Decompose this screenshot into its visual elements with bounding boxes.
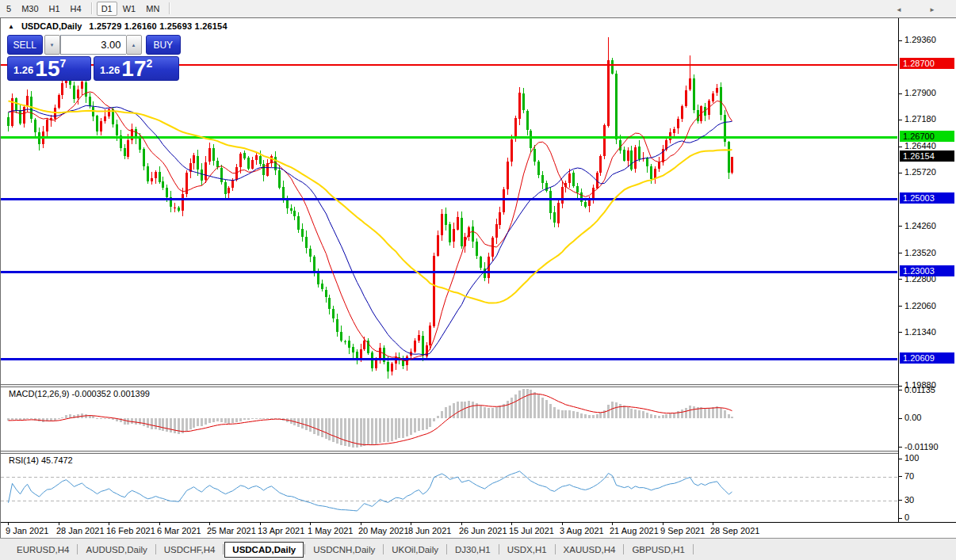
toolbar-separator bbox=[91, 2, 93, 14]
macd-axis-tick: 0.01135 bbox=[904, 385, 935, 394]
date-tick-mark bbox=[260, 523, 261, 525]
tab-separator bbox=[304, 544, 305, 554]
symbol-tab-usdchf[interactable]: USDCHF,H4 bbox=[157, 543, 223, 557]
date-tick-mark bbox=[461, 523, 462, 525]
price-level-label: 1.20609 bbox=[900, 352, 954, 364]
axis-tick-mark bbox=[899, 253, 902, 253]
price-axis[interactable]: 1.293601.279001.271801.264401.257201.242… bbox=[898, 18, 956, 522]
date-label: 28 Sep 2021 bbox=[710, 526, 759, 535]
symbol-tab-usdx[interactable]: USDX,H1 bbox=[500, 543, 554, 557]
symbol-tab-dj30[interactable]: DJ30,H1 bbox=[448, 543, 498, 557]
timeframe-button-w1[interactable]: W1 bbox=[118, 2, 141, 16]
price-level-label: 1.25003 bbox=[900, 192, 954, 204]
date-label: 13 Apr 2021 bbox=[258, 526, 304, 535]
date-label: 15 Jul 2021 bbox=[509, 526, 554, 535]
symbol-tab-ukoil[interactable]: UKOil,Daily bbox=[384, 543, 445, 557]
one-click-trading-panel: SELL ▼ ▲ BUY 1.26 15 7 1.26 17 2 bbox=[7, 35, 181, 81]
date-label: 26 Jun 2021 bbox=[459, 526, 507, 535]
price-axis-tick: 1.29360 bbox=[904, 35, 936, 44]
axis-tick-mark bbox=[899, 173, 902, 173]
sell-price-display[interactable]: 1.26 15 7 bbox=[7, 56, 91, 81]
timeframe-button-h4[interactable]: H4 bbox=[66, 2, 86, 16]
axis-tick-mark bbox=[899, 418, 902, 419]
timeframe-button-h1[interactable]: H1 bbox=[44, 2, 65, 16]
axis-tick-mark bbox=[899, 332, 902, 333]
buy-price-prefix: 1.26 bbox=[100, 64, 120, 76]
date-tick-mark bbox=[562, 523, 563, 525]
axis-tick-mark bbox=[899, 447, 902, 448]
date-tick-mark bbox=[663, 523, 663, 525]
timeframe-toolbar: 5M30H1H4D1W1MN bbox=[0, 0, 956, 17]
price-axis-tick: 1.22060 bbox=[904, 301, 936, 310]
symbol-tab-xauusd[interactable]: XAUUSD,H4 bbox=[556, 543, 623, 557]
symbol-tab-usdcad[interactable]: USDCAD,Daily bbox=[224, 542, 304, 558]
current-price-label: 1.26154 bbox=[900, 150, 954, 162]
chart-window: ▲ USDCAD,Daily 1.25729 1.26160 1.25693 1… bbox=[0, 17, 956, 538]
buy-price-display[interactable]: 1.26 17 2 bbox=[94, 56, 179, 81]
price-axis-tick: 1.26440 bbox=[904, 141, 936, 150]
rsi-panel-canvas[interactable] bbox=[1, 454, 898, 522]
buy-price-big-digits: 17 bbox=[121, 59, 146, 78]
tab-separator bbox=[383, 544, 384, 554]
date-tick-mark bbox=[511, 523, 512, 525]
sell-price-pip-digit: 7 bbox=[59, 57, 66, 70]
tab-separator bbox=[555, 544, 556, 554]
timeframe-button-m30[interactable]: M30 bbox=[17, 2, 43, 16]
buy-price-pip-digit: 2 bbox=[146, 57, 152, 70]
date-axis[interactable]: 9 Jan 202128 Jan 202116 Feb 20216 Mar 20… bbox=[1, 523, 956, 539]
macd-axis-tick: 0.00 bbox=[904, 413, 921, 422]
macd-indicator-label: MACD(12,26,9) -0.000352 0.001399 bbox=[9, 389, 150, 398]
rsi-axis-tick: 30 bbox=[904, 495, 914, 505]
timeframe-button-mn[interactable]: MN bbox=[141, 2, 164, 16]
date-tick-mark bbox=[411, 523, 411, 525]
volume-decrease-button[interactable]: ▼ bbox=[44, 35, 60, 55]
rsi-axis-tick: 100 bbox=[904, 453, 919, 463]
date-tick-mark bbox=[109, 523, 109, 525]
date-label: 16 Feb 2021 bbox=[106, 526, 155, 535]
axis-tick-mark bbox=[899, 306, 902, 307]
rsi-indicator-label: RSI(14) 45.7472 bbox=[9, 455, 73, 465]
date-tick-mark bbox=[310, 523, 311, 525]
volume-increase-button[interactable]: ▲ bbox=[126, 35, 142, 55]
axis-tick-mark bbox=[899, 390, 902, 390]
date-tick-mark bbox=[361, 523, 361, 525]
rsi-axis-tick: 70 bbox=[904, 471, 914, 481]
timeframe-button-5[interactable]: 5 bbox=[2, 2, 16, 16]
tab-separator bbox=[77, 544, 78, 554]
tab-scroll-arrows[interactable]: ◄ ► bbox=[896, 6, 948, 13]
axis-tick-mark bbox=[899, 93, 902, 94]
axis-tick-mark bbox=[899, 476, 902, 477]
date-label: 21 Aug 2021 bbox=[610, 526, 659, 535]
sell-price-big-digits: 15 bbox=[35, 59, 59, 78]
rsi-axis-tick: 0 bbox=[904, 512, 909, 522]
date-label: 3 Aug 2021 bbox=[560, 526, 604, 535]
price-axis-tick: 1.23520 bbox=[904, 248, 936, 257]
date-tick-mark bbox=[159, 523, 160, 525]
symbol-tab-gbpusd[interactable]: GBPUSD,H1 bbox=[625, 543, 691, 557]
toolbar-separator bbox=[169, 2, 170, 14]
axis-tick-mark bbox=[899, 459, 902, 459]
axis-tick-mark bbox=[899, 518, 902, 519]
tab-separator bbox=[499, 544, 499, 554]
date-label: 8 Jun 2021 bbox=[408, 526, 451, 535]
tab-separator bbox=[693, 544, 694, 554]
tab-separator bbox=[155, 544, 156, 554]
date-label: 20 May 2021 bbox=[358, 526, 409, 535]
tab-separator bbox=[623, 544, 624, 554]
price-axis-tick: 1.21340 bbox=[904, 327, 936, 337]
symbol-tab-audusd[interactable]: AUDUSD,Daily bbox=[78, 543, 154, 557]
price-axis-tick: 1.27180 bbox=[904, 114, 936, 124]
date-label: 9 Sep 2021 bbox=[660, 526, 705, 535]
symbol-tab-eurusd[interactable]: EURUSD,H4 bbox=[10, 543, 76, 557]
axis-tick-mark bbox=[899, 500, 902, 501]
date-label: 6 Mar 2021 bbox=[157, 526, 201, 535]
volume-input[interactable] bbox=[60, 35, 126, 55]
sell-button[interactable]: SELL bbox=[7, 35, 43, 55]
price-level-label: 1.23003 bbox=[900, 265, 954, 276]
price-level-label: 1.26700 bbox=[900, 131, 954, 142]
symbol-tab-usdcnh[interactable]: USDCNH,Daily bbox=[306, 543, 382, 557]
price-axis-tick: 1.25720 bbox=[904, 167, 936, 177]
date-label: 28 Jan 2021 bbox=[56, 526, 105, 535]
timeframe-button-d1[interactable]: D1 bbox=[97, 2, 117, 16]
buy-button[interactable]: BUY bbox=[146, 35, 182, 55]
